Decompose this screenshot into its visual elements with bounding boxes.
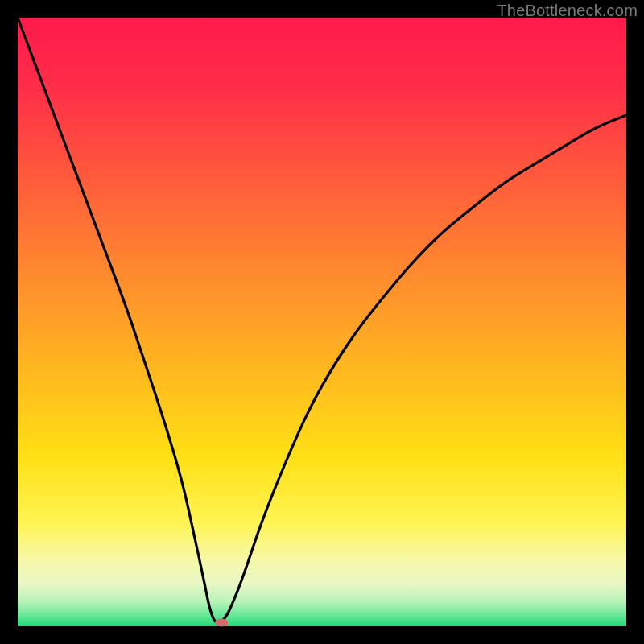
curve-svg bbox=[18, 18, 626, 626]
plot-area bbox=[18, 18, 626, 626]
chart-frame: TheBottleneck.com bbox=[0, 0, 644, 644]
attribution-text: TheBottleneck.com bbox=[497, 2, 638, 20]
minimum-marker bbox=[215, 618, 228, 626]
bottleneck-curve bbox=[18, 18, 626, 622]
